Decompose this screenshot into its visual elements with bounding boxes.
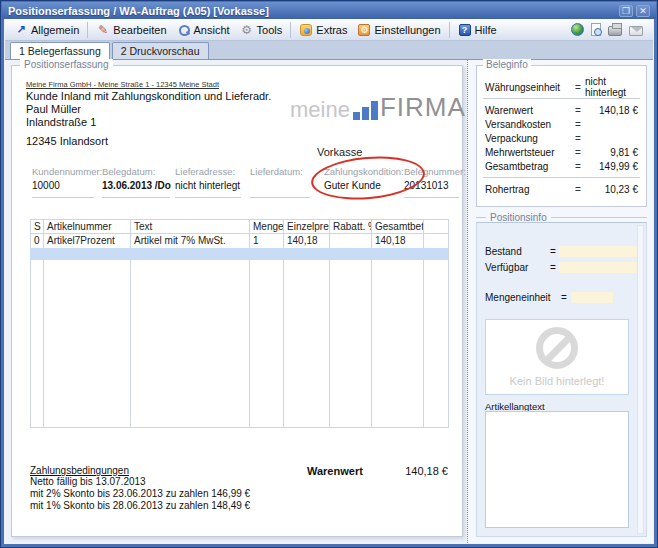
col-header-text[interactable]: Text [131, 220, 250, 234]
payment-line: mit 2% Skonto bis 23.06.2013 zu zahlen 1… [30, 488, 250, 500]
mengeneinheit-value-placeholder [571, 292, 613, 303]
payment-line: mit 1% Skonto bis 28.06.2013 zu zahlen 1… [30, 500, 250, 512]
cell-text: Artikel mit 7% MwSt. [131, 234, 250, 248]
equals-sign: = [571, 82, 585, 93]
row-value: 9,81 € [585, 147, 638, 158]
col-header-menge[interactable]: Menge [250, 220, 284, 234]
positionsinfo-group: Positionsinfo Bestand = Verfügbar = [476, 212, 647, 537]
selected-empty-row[interactable] [31, 248, 449, 260]
empty-row[interactable] [31, 372, 449, 386]
menu-item-extras[interactable]: Extras [294, 21, 352, 39]
tab-strip: 1 Belegerfassung 2 Druckvorschau [5, 41, 653, 59]
doc-subtitle: Vorkasse [317, 146, 362, 158]
menu-label: Allgemein [31, 24, 79, 36]
row-label: Verpackung [485, 133, 571, 144]
col-header-einzelpreis[interactable]: Einzelpreis [284, 220, 330, 234]
cell-menge: 1 [250, 234, 284, 248]
empty-row[interactable] [31, 316, 449, 330]
warenwert-total-label: Warenwert [307, 465, 363, 477]
menu-item-bearbeiten[interactable]: ✎ Bearbeiten [91, 21, 171, 39]
field-kundennummer[interactable]: Kundennummer: 10000 [32, 166, 94, 198]
row-label: Verfügbar [485, 262, 547, 273]
menu-label: Hilfe [475, 24, 497, 36]
window-controls: ❐ ✕ [619, 5, 650, 17]
menu-divider [449, 22, 450, 38]
close-button[interactable]: ✕ [636, 5, 650, 17]
row-label: Bestand [485, 246, 547, 257]
empty-row[interactable] [31, 260, 449, 274]
panel-scrollbar[interactable] [637, 225, 644, 534]
menu-label: Ansicht [194, 24, 230, 36]
warenwert-total-value: 140,18 € [405, 465, 448, 477]
group-label: Positionserfassung [20, 59, 113, 70]
cell-artikelnummer: Artikel7Prozent [44, 234, 131, 248]
positionsinfo-row-mengeneinheit: Mengeneinheit = [485, 289, 638, 305]
mail-icon[interactable] [629, 26, 643, 36]
field-lieferdatum[interactable]: Lieferdatum: [250, 166, 310, 198]
col-header-artikelnummer[interactable]: Artikelnummer [44, 220, 131, 234]
address-line: Inlandstraße 1 [26, 116, 96, 129]
empty-row[interactable] [31, 358, 449, 372]
menu-item-tools[interactable]: ⚙ Tools [235, 21, 288, 39]
menu-label: Extras [316, 24, 347, 36]
tab-belegerfassung[interactable]: 1 Belegerfassung [10, 42, 110, 60]
field-value: nicht hinterlegt [175, 180, 241, 191]
app-window: Positionserfassung / WA-Auftrag (A05) [V… [0, 0, 658, 548]
menu-label: Bearbeiten [113, 24, 166, 36]
equals-sign: = [547, 246, 559, 257]
field-label: Lieferdatum: [250, 166, 310, 177]
beleginfo-row-gesamtbetrag: Gesamtbetrag = 149,99 € [477, 159, 646, 173]
empty-row[interactable] [31, 288, 449, 302]
edit-icon: ✎ [96, 23, 110, 37]
empty-row[interactable] [31, 386, 449, 400]
menu-label: Einstellungen [374, 24, 440, 36]
printer-icon[interactable] [608, 26, 622, 36]
bestand-value-placeholder [559, 246, 638, 257]
empty-row[interactable] [31, 400, 449, 414]
menu-item-einstellungen[interactable]: ⚙ Einstellungen [352, 21, 445, 39]
beleginfo-row-mehrwertsteuer: Mehrwertsteuer = 9,81 € [477, 145, 646, 159]
maximize-button[interactable]: ❐ [619, 5, 633, 17]
empty-row[interactable] [31, 274, 449, 288]
field-belegdatum[interactable]: Belegdatum: 13.06.2013 /Do [102, 166, 170, 198]
payment-line: Netto fällig bis 13.07.2013 [30, 476, 146, 488]
menu-item-hilfe[interactable]: ? Hilfe [453, 21, 502, 39]
beleginfo-row-versandkosten: Versandkosten = [477, 117, 646, 131]
col-header-empty [424, 220, 449, 234]
artikellangtext-box[interactable] [485, 411, 629, 528]
equals-sign: = [557, 292, 571, 303]
menu-item-ansicht[interactable]: Ansicht [172, 21, 235, 39]
row-value: 10,23 € [585, 184, 638, 195]
empty-row[interactable] [31, 330, 449, 344]
equals-sign: = [571, 147, 585, 158]
sender-line[interactable]: Meine Firma GmbH - Meine Straße 1 - 1234… [26, 80, 219, 89]
field-lieferadresse[interactable]: Lieferadresse: nicht hinterlegt [175, 166, 241, 198]
address-city: 12345 Inlandsort [26, 135, 108, 148]
payment-terms-heading[interactable]: Zahlungsbedingungen [30, 465, 129, 476]
field-value: 10000 [32, 180, 94, 191]
address-line: Kunde Inland mit Zahlungskondition und L… [26, 90, 271, 103]
empty-row[interactable] [31, 414, 449, 428]
empty-row[interactable] [31, 302, 449, 316]
row-label: Währungseinheit [485, 82, 571, 93]
positionserfassung-group: Positionserfassung Meine Firma GmbH - Me… [11, 65, 463, 537]
empty-row[interactable] [31, 344, 449, 358]
row-label: Gesamtbetrag [485, 161, 571, 172]
field-label: Belegdatum: [102, 166, 170, 177]
title-bar[interactable]: Positionserfassung / WA-Auftrag (A05) [V… [2, 2, 656, 19]
col-header-rabatt[interactable]: Rabatt. % [330, 220, 372, 234]
beleginfo-row-waehrungseinheit: Währungseinheit = nicht hinterlegt [477, 80, 646, 94]
row-label: Versandkosten [485, 119, 571, 130]
menu-bar: ↗ Allgemein ✎ Bearbeiten Ansicht ⚙ Tools… [5, 19, 653, 41]
col-header-gesamtbetrag[interactable]: Gesamtbetrag [372, 220, 424, 234]
document-preview-icon[interactable] [591, 23, 601, 36]
cell-einzelpreis: 140,18 [284, 234, 330, 248]
table-row[interactable]: 0 Artikel7Prozent Artikel mit 7% MwSt. 1… [31, 234, 449, 248]
tab-druckvorschau[interactable]: 2 Druckvorschau [112, 42, 209, 59]
no-image-icon [536, 327, 578, 369]
col-header-s[interactable]: S [31, 220, 44, 234]
extras-icon [299, 23, 313, 37]
menu-item-allgemein[interactable]: ↗ Allgemein [9, 21, 84, 39]
positions-table[interactable]: S Artikelnummer Text Menge Einzelpreis R… [30, 219, 449, 428]
globe-icon[interactable] [571, 23, 584, 36]
